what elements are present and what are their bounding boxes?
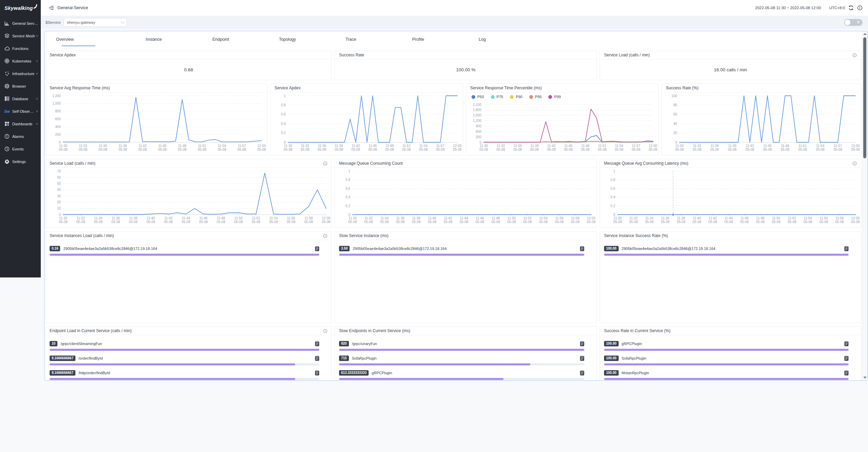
metric-value: 100.00 % xyxy=(335,59,597,80)
sidebar-item-functions[interactable]: Functions xyxy=(0,42,41,55)
instance-lists-row: Service Instances Load (calls / min)0.16… xyxy=(45,231,861,323)
svg-text:11:3405-08: 11:3405-08 xyxy=(94,216,103,224)
scrollbar-thumb[interactable] xyxy=(863,37,866,158)
svg-text:0.2: 0.2 xyxy=(281,131,286,135)
tab-profile[interactable]: Profile xyxy=(412,31,479,47)
copy-icon[interactable] xyxy=(844,370,849,376)
card-title: Message Queue Avg Consuming Latency (ms) xyxy=(600,159,861,168)
tab-instance[interactable]: Instance xyxy=(146,31,212,47)
copy-icon[interactable] xyxy=(844,246,849,251)
svg-text:11:5105-08: 11:5105-08 xyxy=(598,144,607,151)
sidebar-item-self-observability[interactable]: SwSelf Observability∨ xyxy=(0,105,41,117)
progress-bar xyxy=(604,363,849,365)
progress-bar xyxy=(339,363,584,365)
endpoint-lists-row: Endpoint Load in Current Service (calls … xyxy=(45,326,861,381)
info-icon[interactable] xyxy=(323,234,327,238)
sidebar-item-general-service[interactable]: General Service xyxy=(0,17,41,30)
legend-item[interactable]: P90 xyxy=(510,95,522,99)
svg-text:11:4405-08: 11:4405-08 xyxy=(724,216,733,224)
sidebar-item-dashboards[interactable]: Dashboards∨ xyxy=(0,117,41,130)
svg-text:0.6: 0.6 xyxy=(281,112,286,116)
service-select[interactable]: shenyu-gateway xyxy=(64,18,127,27)
info-icon[interactable] xyxy=(323,329,327,333)
svg-text:11:3205-08: 11:3205-08 xyxy=(76,216,85,224)
info-icon[interactable] xyxy=(857,5,863,11)
svg-text:11:5405-08: 11:5405-08 xyxy=(615,144,624,151)
card-title-text: Success Rate (%) xyxy=(666,86,698,90)
svg-text:11:3005-08: 11:3005-08 xyxy=(479,144,488,151)
copy-icon[interactable] xyxy=(580,356,584,361)
scroll-down-arrow-icon[interactable] xyxy=(863,377,867,379)
copy-icon[interactable] xyxy=(315,370,319,376)
svg-text:11:3305-08: 11:3305-08 xyxy=(496,144,505,151)
chart-plot-service-avg-response-time: 02004006008001,0001,20011:3005-0811:3305… xyxy=(46,92,267,155)
svg-text:11:4605-08: 11:4605-08 xyxy=(740,216,749,224)
sidebar-item-label: Settings xyxy=(12,160,26,164)
card-title: Slow Endpoints in Current Service (ms) xyxy=(335,327,597,335)
sidebar-item-settings[interactable]: Settings xyxy=(0,155,41,168)
tab-overview[interactable]: Overview xyxy=(56,31,146,47)
svg-text:12:0005-08: 12:0005-08 xyxy=(257,144,266,151)
svg-text:11:3605-08: 11:3605-08 xyxy=(99,144,107,151)
svg-text:11:4605-08: 11:4605-08 xyxy=(476,216,484,224)
legend-item[interactable]: P99 xyxy=(548,95,561,99)
svg-text:11:3305-08: 11:3305-08 xyxy=(79,144,88,151)
list-item: 100.00SofaRpcPlugin xyxy=(604,355,849,365)
svg-text:60: 60 xyxy=(673,112,677,116)
legend-item[interactable]: P95 xyxy=(529,95,542,99)
svg-text:11:5005-08: 11:5005-08 xyxy=(772,216,781,224)
sidebar-item-service-mesh[interactable]: Service Mesh∨ xyxy=(0,30,41,42)
legend-item[interactable]: P50 xyxy=(472,95,484,99)
copy-icon[interactable] xyxy=(315,341,319,346)
legend-item[interactable]: P75 xyxy=(491,95,503,99)
time-range-picker[interactable]: 2022-05-08 11:30 ~ 2022-05-08 12:00 xyxy=(755,6,821,10)
svg-text:0.4: 0.4 xyxy=(281,122,286,126)
info-icon[interactable] xyxy=(852,161,857,166)
toggle-label: V xyxy=(857,20,860,24)
legend-dot xyxy=(548,95,552,99)
svg-text:11:5705-08: 11:5705-08 xyxy=(436,144,445,151)
svg-text:200: 200 xyxy=(55,133,61,137)
copy-icon[interactable] xyxy=(844,356,849,361)
svg-text:11:4805-08: 11:4805-08 xyxy=(385,144,394,151)
main-area: General-Service 2022-05-08 11:30 ~ 2022-… xyxy=(41,0,868,381)
info-icon[interactable] xyxy=(323,161,327,166)
dashboard-scrollbar[interactable] xyxy=(862,31,867,380)
svg-text:0: 0 xyxy=(59,141,61,144)
svg-text:11:5005-08: 11:5005-08 xyxy=(507,216,516,224)
progress-bar xyxy=(50,378,319,380)
progress-bar xyxy=(50,363,319,365)
view-toggle-switch[interactable]: V xyxy=(844,19,863,26)
copy-icon[interactable] xyxy=(580,370,584,376)
chart-legend: P50P75P90P95P99 xyxy=(466,92,658,101)
tab-trace[interactable]: Trace xyxy=(346,31,412,47)
copy-icon[interactable] xyxy=(315,246,319,251)
tab-endpoint[interactable]: Endpoint xyxy=(212,31,279,47)
sidebar-item-browser[interactable]: Browser xyxy=(0,80,41,92)
sidebar-item-events[interactable]: Events xyxy=(0,143,41,155)
copy-icon[interactable] xyxy=(580,246,584,251)
item-label: 2905b05eae4e4ae3a2a5b538ce8c2846@172.19.… xyxy=(63,247,157,251)
svg-text:11:3805-08: 11:3805-08 xyxy=(677,216,686,224)
sidebar-item-alarms[interactable]: Alarms xyxy=(0,130,41,143)
sidebar-collapse-icon[interactable] xyxy=(49,5,54,10)
sidebar-item-database[interactable]: Database∨ xyxy=(0,92,41,105)
copy-icon[interactable] xyxy=(315,356,319,361)
sidebar-item-kubernetes[interactable]: Kubernetes∨ xyxy=(0,55,41,67)
list-card: Success Rate in Current Service (%)100.0… xyxy=(600,326,861,381)
svg-text:600: 600 xyxy=(476,130,481,133)
value-badge: 100.00 xyxy=(604,370,619,376)
card-title-text: Service Instances Load (calls / min) xyxy=(50,233,114,238)
scroll-up-arrow-icon[interactable] xyxy=(863,33,867,35)
copy-icon[interactable] xyxy=(580,341,584,346)
list-body: 920/grpc/unaryFun715SofaRpcPlugin613.333… xyxy=(335,335,597,381)
info-icon[interactable] xyxy=(852,53,857,57)
copy-icon[interactable] xyxy=(844,341,849,346)
sidebar-item-infrastructure[interactable]: Infrastructure∨ xyxy=(0,67,41,80)
value-badge: 3.50 xyxy=(339,246,350,251)
value-badge: 613.3333333333 xyxy=(339,370,369,376)
sidebar-item-label: General Service xyxy=(12,21,38,25)
refresh-icon[interactable] xyxy=(848,5,854,11)
tab-topology[interactable]: Topology xyxy=(279,31,346,47)
tab-log[interactable]: Log xyxy=(479,31,545,47)
